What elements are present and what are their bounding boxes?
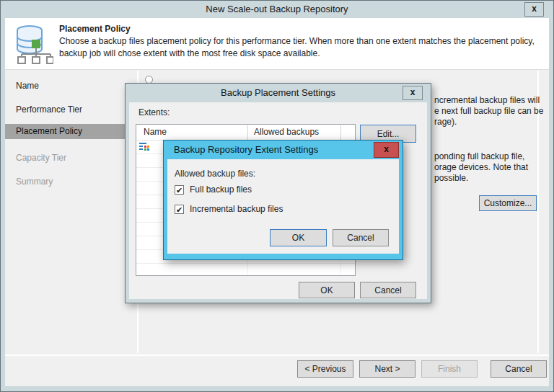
checkbox-checked[interactable]: ✔: [175, 185, 184, 195]
extent-dialog-body: Allowed backup files: ✔ Full backup file…: [167, 159, 399, 254]
column-header-name[interactable]: Name: [144, 127, 167, 137]
wizard-steps-nav: Name Performance Tier Placement Policy C…: [5, 71, 137, 353]
wizard-title: New Scale-out Backup Repository: [206, 4, 348, 14]
full-backup-files-label[interactable]: Full backup files: [190, 184, 252, 195]
policy-text-fragment: e next full backup file can be: [434, 106, 543, 117]
close-icon: x: [410, 87, 416, 97]
nav-item-performance-tier[interactable]: Performance Tier: [5, 102, 137, 117]
nav-item-capacity-tier[interactable]: Capacity Tier: [5, 151, 137, 166]
nav-item-summary[interactable]: Summary: [5, 174, 137, 190]
wizard-close-button[interactable]: x: [524, 2, 544, 17]
next-button[interactable]: Next >: [359, 360, 416, 378]
close-icon: x: [384, 144, 389, 154]
column-separator[interactable]: [247, 125, 248, 140]
policy-text-fragment: ncremental backup files will: [434, 95, 540, 106]
extent-dialog-close-button[interactable]: x: [374, 142, 399, 158]
extent-dialog-titlebar[interactable]: Backup Repository Extent Settings: [164, 141, 403, 159]
extent-settings-dialog: Backup Repository Extent Settings x Allo…: [163, 140, 403, 260]
extents-label: Extents:: [138, 107, 170, 117]
incremental-backup-files-label[interactable]: Incremental backup files: [190, 204, 283, 214]
checkbox-checked[interactable]: ✔: [175, 205, 184, 214]
wizard-footer: < Previous Next > Finish Cancel: [5, 355, 549, 386]
extent-cancel-button[interactable]: Cancel: [333, 229, 389, 246]
policy-text-fragment: orage devices. Note that: [434, 162, 528, 173]
placement-ok-button[interactable]: OK: [299, 282, 355, 298]
placement-cancel-button[interactable]: Cancel: [360, 282, 416, 298]
extent-ok-button[interactable]: OK: [270, 229, 327, 246]
wizard-titlebar[interactable]: New Scale-out Backup Repository: [1, 1, 553, 18]
scale-out-repository-icon: [10, 24, 53, 64]
step-description-line2: backup job will chose extent with the mo…: [59, 48, 320, 58]
repository-icon: [139, 142, 149, 152]
finish-button: Finish: [421, 360, 478, 378]
previous-button[interactable]: < Previous: [297, 360, 353, 378]
placement-dialog-close-button[interactable]: x: [403, 86, 423, 100]
step-banner: Placement Policy Choose a backup files p…: [5, 18, 549, 70]
policy-text-fragment: ponding full backup file,: [434, 151, 524, 162]
policy-text-fragment: rage).: [434, 117, 457, 128]
check-icon: ✔: [176, 186, 183, 195]
step-description-line1: Choose a backup files placement policy f…: [59, 36, 535, 46]
placement-dialog-title: Backup Placement Settings: [221, 87, 335, 98]
check-icon: ✔: [176, 205, 183, 214]
customize-button[interactable]: Customize...: [479, 195, 537, 211]
allowed-backup-files-label: Allowed backup files:: [175, 169, 255, 179]
column-separator[interactable]: [340, 125, 341, 140]
nav-item-placement-policy[interactable]: Placement Policy: [5, 124, 137, 139]
step-title: Placement Policy: [59, 24, 131, 34]
extents-table-header: Name Allowed backups: [136, 125, 355, 141]
column-header-allowed-backups[interactable]: Allowed backups: [254, 127, 319, 137]
extent-dialog-title: Backup Repository Extent Settings: [174, 144, 318, 155]
nav-item-name[interactable]: Name: [5, 79, 137, 94]
policy-text-fragment: possible.: [434, 173, 468, 184]
close-icon: x: [532, 4, 537, 14]
wizard-window: New Scale-out Backup Repository x Placem…: [0, 0, 554, 392]
wizard-cancel-button[interactable]: Cancel: [491, 360, 547, 378]
placement-dialog-titlebar[interactable]: Backup Placement Settings: [126, 84, 431, 102]
